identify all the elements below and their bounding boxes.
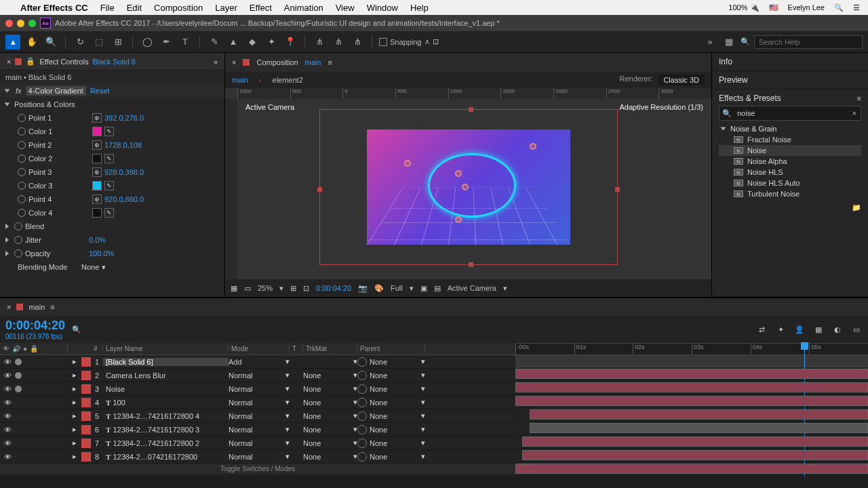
layer-row-5[interactable]: 👁 ▸ 5 T 12384-2…74216172800 4 Normal▾ No… [0,409,515,423]
motion-blur-icon[interactable]: ◐ [831,323,844,336]
layer-color[interactable] [81,384,91,394]
menu-help[interactable]: Help [410,3,429,13]
effects-search[interactable]: 🔍 × [719,106,861,121]
prop-jitter[interactable]: Jitter0.0% [0,233,224,247]
visibility-icon[interactable]: 👁 [3,411,12,421]
transparency-icon[interactable]: ▤ [434,284,441,293]
active-camera-select[interactable]: Active Camera [448,284,496,292]
solo-dot[interactable] [15,386,22,392]
stopwatch-icon[interactable] [18,141,26,149]
tab-main[interactable]: main [232,76,248,84]
layer-row-3[interactable]: 👁 ▸ 3 Noise Normal▾ None▾ None▾ [0,382,515,396]
visibility-icon[interactable]: 👁 [3,398,12,407]
prop-color-3[interactable]: Color 3✎ [12,179,224,192]
toggle-switches-modes[interactable]: Toggle Switches / Modes [0,464,515,474]
ellipse-shape[interactable] [428,153,516,218]
preset-noise-hls[interactable]: fxNoise HLS [719,167,861,178]
point-handle[interactable] [455,170,462,177]
clone-stamp-tool[interactable]: ▲ [226,35,241,49]
visibility-icon[interactable]: 👁 [3,357,12,367]
layer-color[interactable] [81,439,91,448]
track-matte-select[interactable]: None▾ [303,425,357,434]
expand-icon[interactable]: ▸ [68,411,81,420]
text-tool[interactable]: T [178,35,193,49]
brush-tool[interactable]: ✎ [207,35,222,49]
blend-mode-select[interactable]: Add▾ [229,357,290,366]
panel-menu-icon[interactable]: ≡ [857,94,861,102]
expand-icon[interactable]: ▸ [68,452,81,461]
zoom-tool[interactable]: 🔍 [43,35,58,49]
menu-composition[interactable]: Composition [154,3,203,13]
menu-effect[interactable]: Effect [250,3,272,13]
layer-row-8[interactable]: 👁 ▸ 8 T 12384-2…074216172800 Normal▾ Non… [0,450,515,464]
layer-name[interactable]: [Black Solid 6] [103,358,229,366]
back-icon[interactable]: ‹ [259,76,262,84]
menu-animation[interactable]: Animation [284,3,323,13]
layer-row-4[interactable]: 👁 ▸ 4 T 100 Normal▾ None▾ None▾ [0,396,515,409]
crosshair-icon[interactable]: ⊕ [92,195,102,204]
expand-icon[interactable]: ▸ [68,357,81,366]
snapping-toggle[interactable]: Snapping ⋏ ⊡ [379,37,439,46]
visibility-icon[interactable]: 👁 [3,439,12,448]
close-icon[interactable]: × [7,58,11,66]
timeline-timecode[interactable]: 0:00:04:20 [5,319,65,333]
tab-element2[interactable]: element2 [273,76,303,84]
grid-icon[interactable]: ⊡ [303,284,309,293]
preset-noise[interactable]: fxNoise [719,145,861,156]
layer-name[interactable]: T 12384-2…74216172800 3 [103,426,229,434]
shape-tool[interactable]: ◯ [140,35,155,49]
track-matte-select[interactable]: ▾ [303,357,357,366]
parent-select[interactable]: None▾ [357,357,425,367]
prop-point-2[interactable]: Point 2⊕1728.0,108 [12,138,224,152]
viewport-content[interactable] [367,129,570,245]
parent-select[interactable]: None▾ [357,439,425,448]
close-icon[interactable]: × [232,58,236,66]
workspace-icon[interactable]: ▦ [722,35,736,49]
overflow-icon[interactable]: » [703,35,717,49]
blend-mode-select[interactable]: Normal▾ [229,384,290,393]
minimize-window[interactable] [17,20,24,27]
visibility-icon[interactable]: 👁 [3,371,12,380]
comp-name-link[interactable]: main [305,58,321,66]
layer-row-2[interactable]: 👁 ▸ 2 Camera Lens Blur Normal▾ None▾ Non… [0,369,515,382]
pickwhip-icon[interactable] [357,384,367,394]
expand-icon[interactable]: ▸ [68,384,81,393]
renderer-value[interactable]: Classic 3D [658,75,705,85]
col-number[interactable]: # [91,345,103,352]
parent-select[interactable]: None▾ [357,371,425,380]
roto-brush-tool[interactable]: ✦ [264,35,279,49]
blend-mode-select[interactable]: Normal▾ [229,411,290,420]
track-matte-select[interactable]: None▾ [303,411,357,420]
prop-color-1[interactable]: Color 1✎ [12,125,224,138]
layer-bar[interactable] [522,450,868,460]
layer-bar[interactable] [522,436,868,447]
frame-blend-icon[interactable]: ▦ [812,323,825,336]
disclosure-icon[interactable] [5,89,10,93]
layer-color[interactable] [81,371,91,380]
time-ruler[interactable]: :00s01s02s03s04s05s [515,343,868,355]
zoom-window[interactable] [28,20,36,27]
category-noise-grain[interactable]: Noise & Grain [719,123,861,134]
resolution-icon[interactable]: ⊞ [290,284,296,293]
crosshair-icon[interactable]: ⊕ [92,140,102,150]
pickwhip-icon[interactable] [357,411,367,421]
parent-select[interactable]: None▾ [357,384,425,394]
color-channel-icon[interactable]: 🎨 [374,284,384,293]
color-swatch[interactable] [92,127,102,136]
prop-point-3[interactable]: Point 3⊕928.0,388.0 [12,165,224,179]
eraser-tool[interactable]: ◆ [245,35,260,49]
spotlight-icon[interactable]: 🔍 [834,3,844,12]
toggle-alpha-icon[interactable]: ▦ [231,284,237,293]
zoom-level[interactable]: 25% [258,284,273,292]
layer-color[interactable] [81,411,91,421]
crosshair-icon[interactable]: ⊕ [92,167,102,177]
layer-name[interactable]: T 100 [103,399,229,407]
timeline-tab-name[interactable]: main [28,303,45,311]
stopwatch-icon[interactable] [18,114,26,122]
point-handle[interactable] [455,216,462,223]
menu-edit[interactable]: Edit [127,3,142,13]
user-name[interactable]: Evelyn Lee [788,3,825,12]
info-panel[interactable]: Info [712,53,868,71]
menu-extras-icon[interactable]: ☰ [853,3,860,12]
blend-mode-select[interactable]: Normal▾ [229,439,290,447]
